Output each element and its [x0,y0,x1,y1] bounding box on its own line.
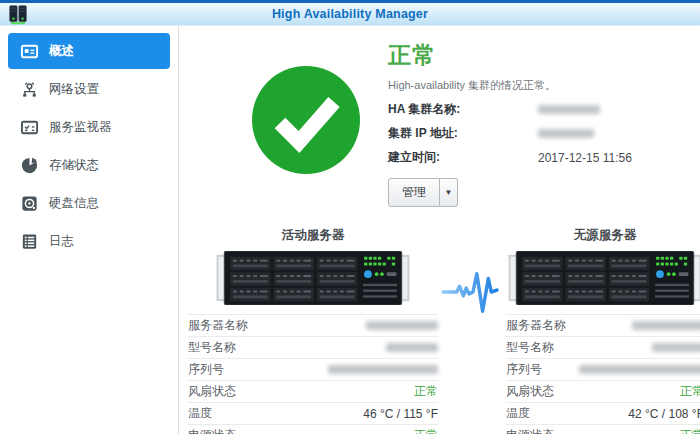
power-status-value: 正常 [680,427,700,434]
sidebar-item-network-settings[interactable]: 网络设置 [8,71,170,107]
field-label: 建立时间: [388,149,538,166]
row-label: 电源状态 [506,427,554,434]
table-row: 服务器名称 [506,314,700,336]
row-label: 型号名称 [188,339,236,356]
table-row: 型号名称 [506,336,700,358]
row-label: 电源状态 [188,427,236,434]
table-row: 电源状态 正常 [506,424,700,434]
heartbeat-pulse-icon [441,267,503,317]
sidebar-item-label: 存储状态 [49,157,99,174]
active-server-panel: 活动服务器 [188,227,438,434]
service-monitor-icon [19,117,39,137]
redacted-value [386,341,438,355]
table-row: 温度 46 °C / 115 °F [188,402,438,424]
network-hub-icon [19,79,39,99]
field-label: HA 集群名称: [388,101,538,118]
row-label: 型号名称 [506,339,554,356]
sidebar-item-label: 网络设置 [49,81,99,98]
status-description: High-availability 集群的情况正常。 [388,78,632,93]
row-label: 服务器名称 [188,317,248,334]
sidebar-item-overview[interactable]: 概述 [8,33,170,69]
overview-card-icon [19,41,39,61]
manage-button[interactable]: 管理 [388,178,440,207]
sidebar-item-service-monitor[interactable]: 服务监视器 [8,109,170,145]
cluster-ip-row: 集群 IP 地址: [388,126,632,141]
redacted-value [579,363,700,377]
table-row: 序列号 [506,358,700,380]
active-server-table: 服务器名称 型号名称 序列号 风扇状态 正常 [188,314,438,434]
table-row: 型号名称 [188,336,438,358]
rack-server-image [507,251,700,305]
row-label: 风扇状态 [188,383,236,400]
table-row: 风扇状态 正常 [188,380,438,402]
active-server-title: 活动服务器 [188,227,438,244]
row-label: 温度 [188,405,212,422]
status-title: 正常 [388,40,632,71]
rack-server-image [215,251,411,305]
sidebar-item-label: 概述 [49,43,74,60]
temperature-value: 42 °C / 108 °F [628,407,700,421]
ha-cluster-name-row: HA 集群名称: [388,102,632,117]
power-status-value: 正常 [414,427,438,434]
sidebar-item-label: 服务监视器 [49,119,112,136]
cluster-status-section: 正常 High-availability 集群的情况正常。 HA 集群名称: 集… [252,38,700,207]
table-row: 风扇状态 正常 [506,380,700,402]
sidebar-item-logs[interactable]: 日志 [8,223,170,259]
row-label: 序列号 [506,361,542,378]
table-row: 序列号 [188,358,438,380]
table-row: 服务器名称 [188,314,438,336]
storage-pie-icon [19,155,39,175]
redacted-value [366,319,438,333]
row-label: 风扇状态 [506,383,554,400]
green-check-circle-icon [252,66,360,174]
field-label: 集群 IP 地址: [388,125,538,142]
sidebar: 概述 网络设置 [0,26,179,434]
manage-split-button: 管理 ▼ [388,178,458,207]
redacted-cluster-name [538,105,600,114]
temperature-value: 46 °C / 115 °F [363,407,438,421]
redacted-value [328,363,438,377]
overview-panel: 正常 High-availability 集群的情况正常。 HA 集群名称: 集… [179,26,700,434]
hard-disk-icon [19,193,39,213]
manage-dropdown-arrow[interactable]: ▼ [440,178,458,207]
passive-server-title: 无源服务器 [506,227,700,244]
passive-server-table: 服务器名称 型号名称 序列号 风扇状态 正常 [506,314,700,434]
fan-status-value: 正常 [414,383,438,400]
passive-server-panel: 无源服务器 [506,227,700,434]
table-row: 温度 42 °C / 108 °F [506,402,700,424]
sidebar-item-storage-status[interactable]: 存储状态 [8,147,170,183]
table-row: 电源状态 正常 [188,424,438,434]
row-label: 服务器名称 [506,317,566,334]
created-time-value: 2017-12-15 11:56 [538,151,632,165]
redacted-value [652,341,700,355]
servers-section: 活动服务器 [188,227,700,434]
chevron-down-icon: ▼ [445,188,453,197]
redacted-cluster-ip [538,129,594,138]
log-list-icon [19,231,39,251]
fan-status-value: 正常 [680,383,700,400]
sidebar-item-label: 日志 [49,233,74,250]
app-title: High Availability Manager [0,7,700,21]
row-label: 序列号 [188,361,224,378]
sidebar-item-label: 硬盘信息 [49,195,99,212]
redacted-value [632,319,700,333]
created-time-row: 建立时间: 2017-12-15 11:56 [388,150,632,165]
title-bar: High Availability Manager [0,0,700,26]
sidebar-item-disk-info[interactable]: 硬盘信息 [8,185,170,221]
row-label: 温度 [506,405,530,422]
